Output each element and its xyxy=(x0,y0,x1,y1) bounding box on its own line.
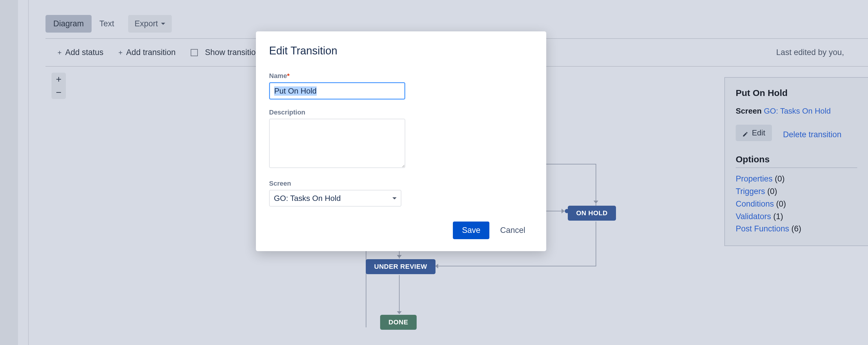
edit-transition-modal: Edit Transition Name* Put On Hold Descri… xyxy=(256,31,546,251)
cancel-button[interactable]: Cancel xyxy=(492,221,533,239)
description-textarea[interactable] xyxy=(269,119,405,168)
modal-overlay: Edit Transition Name* Put On Hold Descri… xyxy=(0,0,868,345)
name-label-text: Name xyxy=(269,72,287,79)
name-input[interactable]: Put On Hold xyxy=(269,82,405,100)
chevron-down-icon xyxy=(393,197,397,199)
screen-select-label: Screen xyxy=(269,180,533,187)
modal-actions: Save Cancel xyxy=(269,221,533,239)
screen-select[interactable]: GO: Tasks On Hold xyxy=(269,190,401,207)
modal-title: Edit Transition xyxy=(269,44,533,57)
description-label: Description xyxy=(269,108,533,116)
name-input-value: Put On Hold xyxy=(274,87,317,96)
required-asterisk-icon: * xyxy=(287,72,290,79)
name-label: Name* xyxy=(269,72,533,80)
save-button[interactable]: Save xyxy=(453,221,489,239)
screen-select-value: GO: Tasks On Hold xyxy=(274,194,341,203)
